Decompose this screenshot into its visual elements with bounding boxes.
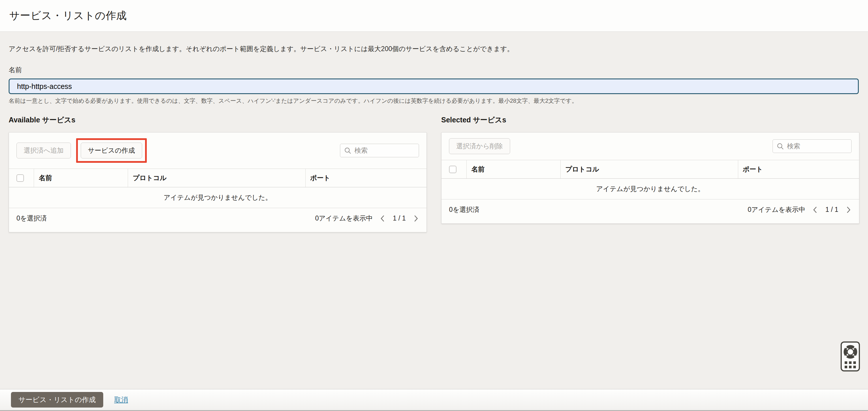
next-page-icon[interactable] — [845, 206, 851, 214]
available-table-header-row: 名前 プロトコル ポート — [9, 169, 427, 187]
selected-search-input[interactable] — [787, 142, 847, 150]
selected-column-protocol: プロトコル — [561, 160, 738, 179]
available-heading: Available サービスs — [9, 115, 427, 125]
search-icon — [344, 147, 351, 154]
prev-page-icon[interactable] — [379, 214, 386, 223]
available-column-protocol: プロトコル — [128, 169, 305, 187]
name-help-text: 名前は一意とし、文字で始める必要があります。使用できるのは、文字、数字、スペース… — [9, 97, 859, 105]
available-search-box[interactable] — [340, 144, 419, 157]
selected-showing-count: 0アイテムを表示中 — [748, 205, 805, 214]
main-content: アクセスを許可/拒否するサービスのリストを作成します。それぞれのポート範囲を定義… — [0, 45, 868, 232]
search-icon — [777, 143, 784, 150]
selected-panel: 選択済から削除 — [441, 132, 859, 224]
available-search-input[interactable] — [354, 147, 415, 154]
lifebuoy-help-icon — [843, 345, 857, 359]
selected-heading: Selected サービスs — [441, 115, 859, 125]
available-selected-count: 0を選択済 — [17, 214, 47, 223]
dual-list-container: Available サービスs 選択済へ追加 サービスの作成 — [9, 115, 859, 232]
available-table: 名前 プロトコル ポート アイテムが見つかりませんでした。 — [9, 169, 427, 208]
available-column-port: ポート — [305, 169, 427, 187]
selected-column-name: 名前 — [467, 160, 561, 179]
bottom-action-bar: サービス・リストの作成 取消 — [0, 389, 868, 411]
available-pager: 0アイテムを表示中 1 / 1 — [315, 214, 419, 223]
help-widget[interactable] — [841, 342, 860, 372]
selected-toolbar: 選択済から削除 — [441, 133, 859, 160]
selected-panel-footer: 0を選択済 0アイテムを表示中 1 / 1 — [441, 200, 859, 224]
selected-pager: 0アイテムを表示中 1 / 1 — [748, 205, 851, 214]
page-title: サービス・リストの作成 — [9, 9, 127, 23]
available-panel-footer: 0を選択済 0アイテムを表示中 1 / 1 — [9, 208, 427, 232]
available-column-name: 名前 — [34, 169, 128, 187]
selected-column-port: ポート — [738, 160, 859, 179]
available-panel: 選択済へ追加 サービスの作成 — [9, 132, 427, 232]
selected-selected-count: 0を選択済 — [449, 205, 479, 214]
available-empty-row: アイテムが見つかりませんでした。 — [9, 187, 427, 208]
remove-from-selected-button[interactable]: 選択済から削除 — [449, 138, 510, 154]
selected-search-box[interactable] — [773, 139, 851, 153]
name-field-label: 名前 — [9, 65, 859, 75]
selected-table-header-row: 名前 プロトコル ポート — [441, 160, 859, 179]
selected-empty-row: アイテムが見つかりませんでした。 — [441, 179, 859, 200]
available-column: Available サービスs 選択済へ追加 サービスの作成 — [9, 115, 427, 232]
next-page-icon[interactable] — [413, 214, 419, 223]
available-empty-message: アイテムが見つかりませんでした。 — [9, 187, 427, 208]
cancel-link[interactable]: 取消 — [114, 395, 128, 404]
selected-empty-message: アイテムが見つかりませんでした。 — [441, 179, 859, 200]
selected-header-checkbox-cell — [441, 160, 467, 179]
page-header: サービス・リストの作成 — [0, 0, 868, 32]
available-header-checkbox-cell — [9, 169, 34, 187]
select-all-checkbox[interactable] — [17, 174, 24, 182]
annotation-highlight-box: サービスの作成 — [76, 138, 147, 163]
available-toolbar: 選択済へ追加 サービスの作成 — [9, 133, 427, 169]
available-page-indicator: 1 / 1 — [393, 214, 406, 222]
selected-page-indicator: 1 / 1 — [825, 206, 838, 213]
create-service-list-button[interactable]: サービス・リストの作成 — [11, 392, 103, 408]
prev-page-icon[interactable] — [812, 206, 818, 214]
available-showing-count: 0アイテムを表示中 — [315, 214, 373, 223]
selected-column: Selected サービスs 選択済から削除 — [441, 115, 859, 232]
page-description: アクセスを許可/拒否するサービスのリストを作成します。それぞれのポート範囲を定義… — [9, 45, 859, 53]
selected-table: 名前 プロトコル ポート アイテムが見つかりませんでした。 — [441, 160, 859, 200]
dots-grid-icon — [845, 361, 856, 368]
select-all-checkbox[interactable] — [449, 166, 457, 173]
name-input[interactable] — [9, 79, 859, 94]
add-to-selected-button[interactable]: 選択済へ追加 — [17, 143, 71, 158]
create-service-button[interactable]: サービスの作成 — [81, 143, 142, 158]
